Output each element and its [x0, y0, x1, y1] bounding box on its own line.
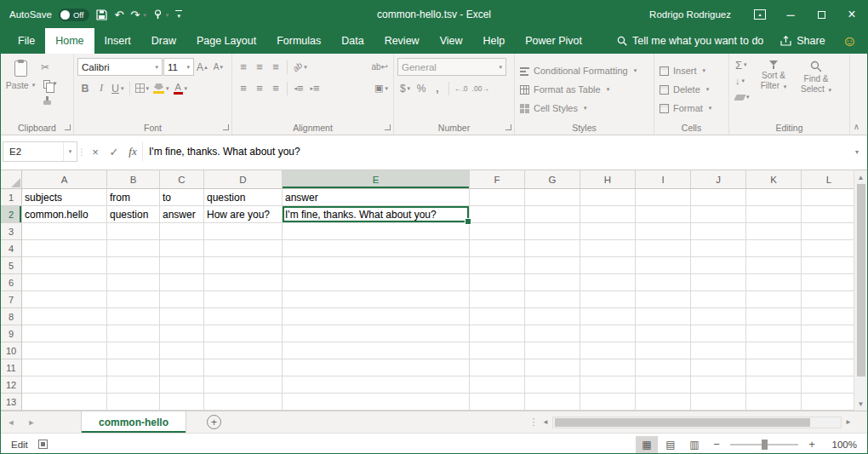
cell-A7[interactable] — [22, 291, 107, 308]
cell-I13[interactable] — [636, 394, 691, 411]
cell-H3[interactable] — [580, 223, 636, 240]
zoom-slider[interactable] — [730, 444, 798, 445]
cell-J5[interactable] — [691, 257, 746, 274]
share-button[interactable]: Share — [780, 35, 825, 47]
row-header-4[interactable]: 4 — [1, 240, 22, 257]
column-header-F[interactable]: F — [470, 170, 525, 189]
fill-color-button[interactable]: ▾ — [151, 79, 171, 97]
cell-B12[interactable] — [107, 376, 160, 394]
cell-H5[interactable] — [580, 257, 636, 274]
increase-font-size-button[interactable]: A▲ — [195, 58, 210, 76]
vscroll-thumb[interactable] — [857, 184, 865, 376]
fill-button[interactable]: ↓▾ — [734, 73, 751, 89]
decrease-decimal-button[interactable]: .00→ — [471, 79, 491, 97]
minimize-button[interactable]: ─ — [775, 1, 806, 28]
tab-data[interactable]: Data — [331, 28, 374, 54]
cell-G5[interactable] — [525, 257, 580, 274]
cell-C11[interactable] — [160, 359, 204, 376]
cell-G6[interactable] — [525, 274, 580, 291]
cell-B11[interactable] — [107, 359, 160, 376]
conditional-formatting-button[interactable]: Conditional Formatting ▾ — [520, 63, 648, 78]
cell-L7[interactable] — [802, 291, 855, 308]
cell-D8[interactable] — [204, 308, 283, 325]
cell-A2[interactable]: common.hello — [22, 206, 107, 223]
cell-A5[interactable] — [22, 257, 107, 274]
cell-K2[interactable] — [746, 206, 802, 223]
cell-styles-button[interactable]: Cell Styles ▾ — [520, 101, 648, 116]
cell-K1[interactable] — [746, 189, 802, 206]
cell-B5[interactable] — [107, 257, 160, 274]
cell-I5[interactable] — [636, 257, 691, 274]
cell-E7[interactable] — [283, 291, 470, 308]
cell-G13[interactable] — [525, 394, 580, 411]
tab-split-handle[interactable]: ⋮ — [528, 411, 539, 433]
cell-F1[interactable] — [470, 189, 525, 206]
cell-E3[interactable] — [283, 223, 470, 240]
cell-F10[interactable] — [470, 342, 525, 359]
cell-D2[interactable]: How are you? — [204, 206, 283, 223]
column-header-B[interactable]: B — [107, 170, 160, 189]
cut-button[interactable]: ✂ — [39, 60, 59, 74]
align-left-button[interactable]: ≡ — [236, 79, 251, 97]
cell-I10[interactable] — [636, 342, 691, 359]
column-header-I[interactable]: I — [636, 170, 691, 189]
clear-button[interactable]: ▾ — [734, 89, 751, 105]
cell-D10[interactable] — [204, 342, 283, 359]
zoom-out-button[interactable]: − — [707, 438, 726, 451]
cell-L6[interactable] — [802, 274, 855, 291]
row-header-9[interactable]: 9 — [1, 325, 22, 342]
cell-F5[interactable] — [470, 257, 525, 274]
cell-J13[interactable] — [691, 394, 746, 411]
cell-L9[interactable] — [802, 325, 855, 342]
cell-D4[interactable] — [204, 240, 283, 257]
cell-E1[interactable]: answer — [283, 189, 470, 206]
cell-E6[interactable] — [283, 274, 470, 291]
font-name-combo[interactable]: Calibri▾ — [77, 58, 163, 76]
hscroll-right-button[interactable]: ► — [842, 411, 855, 433]
cell-L13[interactable] — [802, 394, 855, 411]
cell-K10[interactable] — [746, 342, 802, 359]
column-header-L[interactable]: L — [802, 170, 855, 189]
cell-E4[interactable] — [283, 240, 470, 257]
horizontal-scrollbar[interactable] — [552, 417, 842, 428]
cell-I12[interactable] — [636, 376, 691, 394]
cell-K7[interactable] — [746, 291, 802, 308]
zoom-level[interactable]: 100% — [823, 440, 857, 450]
cell-G11[interactable] — [525, 359, 580, 376]
increase-decimal-button[interactable]: ←.0 — [453, 79, 470, 97]
cell-C5[interactable] — [160, 257, 204, 274]
cell-E12[interactable] — [283, 376, 470, 394]
cell-J6[interactable] — [691, 274, 746, 291]
cell-J11[interactable] — [691, 359, 746, 376]
cell-C2[interactable]: answer — [160, 206, 204, 223]
cell-B3[interactable] — [107, 223, 160, 240]
tab-review[interactable]: Review — [374, 28, 430, 54]
cell-L8[interactable] — [802, 308, 855, 325]
top-align-button[interactable]: ≡ — [236, 58, 251, 76]
cell-A12[interactable] — [22, 376, 107, 394]
bottom-align-button[interactable]: ≡ — [268, 58, 283, 76]
column-header-K[interactable]: K — [746, 170, 802, 189]
cell-I9[interactable] — [636, 325, 691, 342]
enter-button[interactable]: ✓ — [105, 141, 123, 162]
delete-cells-button[interactable]: Delete ▾ — [660, 82, 723, 97]
vscroll-down-button[interactable]: ▼ — [854, 397, 868, 411]
paste-button[interactable]: Paste▾ — [4, 57, 37, 119]
decrease-font-size-button[interactable]: A▼ — [211, 58, 226, 76]
cell-J2[interactable] — [691, 206, 746, 223]
cell-B2[interactable]: question — [107, 206, 160, 223]
cell-I6[interactable] — [636, 274, 691, 291]
number-dialog-launcher[interactable] — [505, 124, 511, 130]
cell-I1[interactable] — [636, 189, 691, 206]
italic-button[interactable]: I — [94, 79, 109, 97]
cell-H13[interactable] — [580, 394, 636, 411]
clipboard-dialog-launcher[interactable] — [65, 124, 71, 130]
sheet-scroll-left-button[interactable]: ◄ — [1, 411, 21, 433]
column-header-J[interactable]: J — [691, 170, 746, 189]
redo-button[interactable]: ↷▾ — [130, 9, 146, 20]
close-button[interactable]: × — [837, 1, 867, 28]
row-header-8[interactable]: 8 — [1, 308, 22, 325]
cell-B10[interactable] — [107, 342, 160, 359]
cell-L4[interactable] — [802, 240, 855, 257]
column-header-D[interactable]: D — [204, 170, 283, 189]
